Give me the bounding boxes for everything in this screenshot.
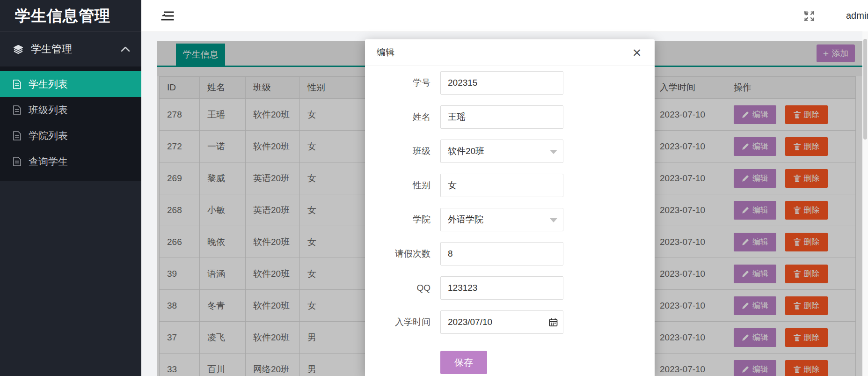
field-input[interactable]: 2023/07/10 bbox=[440, 310, 563, 334]
document-icon bbox=[13, 131, 21, 140]
field-label: 入学时间 bbox=[365, 316, 430, 328]
username-menu[interactable]: admin bbox=[846, 0, 868, 31]
document-icon bbox=[13, 157, 21, 166]
sidebar-submenu: 学生列表 班级列表 学院列表 查询学生 bbox=[0, 66, 141, 181]
sidebar-item-link[interactable]: 班级列表 bbox=[0, 97, 141, 123]
field-label: 请假次数 bbox=[365, 248, 430, 260]
field-value: 软件20班 bbox=[448, 145, 484, 157]
field-input[interactable]: 软件20班 bbox=[440, 140, 563, 163]
field-label: 学院 bbox=[365, 214, 430, 226]
menu-header-label: 学生管理 bbox=[31, 42, 72, 56]
scrollbar-thumb[interactable] bbox=[863, 39, 867, 140]
sidebar-item-label: 查询学生 bbox=[29, 155, 68, 168]
field-value: 外语学院 bbox=[448, 214, 483, 226]
sidebar-item-active[interactable]: 学生列表 bbox=[0, 71, 141, 97]
sidebar-item-label: 学生列表 bbox=[29, 78, 68, 91]
form-field: QQ 123123 bbox=[365, 276, 655, 300]
field-label: QQ bbox=[365, 283, 430, 293]
app-window: 学生信息管理 学生管理 学生列表 班级列表 bbox=[0, 0, 868, 376]
field-value: 女 bbox=[448, 179, 457, 192]
chevron-up-icon bbox=[121, 46, 130, 52]
edit-form: 学号 202315 姓名 王瑶 班级 bbox=[365, 66, 655, 374]
form-field: 学号 202315 bbox=[365, 71, 655, 95]
sidebar-item-link[interactable]: 学院列表 bbox=[0, 123, 141, 148]
modal-header: 编辑 × bbox=[365, 39, 655, 66]
form-field: 性别 女 bbox=[365, 174, 655, 197]
sidebar-item-label: 班级列表 bbox=[29, 103, 68, 117]
field-value: 123123 bbox=[448, 283, 477, 293]
document-icon bbox=[13, 105, 21, 115]
document-icon bbox=[13, 80, 21, 89]
fullscreen-icon[interactable] bbox=[803, 10, 815, 22]
sidebar-item-link[interactable]: 查询学生 bbox=[0, 148, 141, 174]
topbar: admin bbox=[141, 0, 868, 32]
form-field: 学院 外语学院 bbox=[365, 208, 655, 231]
sidebar: 学生信息管理 学生管理 学生列表 班级列表 bbox=[0, 0, 141, 376]
field-label: 性别 bbox=[365, 179, 430, 192]
close-icon[interactable]: × bbox=[628, 44, 645, 61]
field-input[interactable]: 外语学院 bbox=[440, 208, 563, 231]
field-value: 王瑶 bbox=[448, 111, 466, 123]
form-field: 请假次数 8 bbox=[365, 242, 655, 265]
field-value: 202315 bbox=[448, 78, 477, 88]
field-label: 班级 bbox=[365, 145, 430, 157]
layers-icon bbox=[13, 44, 24, 55]
field-label: 姓名 bbox=[365, 111, 430, 123]
field-input[interactable]: 王瑶 bbox=[440, 105, 563, 129]
app-title: 学生信息管理 bbox=[0, 0, 141, 32]
field-input[interactable]: 8 bbox=[440, 242, 563, 265]
calendar-icon[interactable] bbox=[549, 318, 558, 329]
field-value: 2023/07/10 bbox=[448, 317, 492, 327]
field-value: 8 bbox=[448, 249, 453, 259]
field-input[interactable]: 女 bbox=[440, 174, 563, 197]
sidebar-item-label: 学院列表 bbox=[29, 129, 68, 142]
vertical-scrollbar[interactable] bbox=[862, 31, 868, 376]
form-field: 班级 软件20班 bbox=[365, 140, 655, 163]
field-input[interactable]: 123123 bbox=[440, 276, 563, 300]
form-field: 入学时间 2023/07/10 bbox=[365, 310, 655, 334]
modal-title: 编辑 bbox=[377, 39, 394, 66]
edit-modal: 编辑 × 学号 202315 姓名 王瑶 bbox=[365, 39, 655, 376]
field-input[interactable]: 202315 bbox=[440, 71, 563, 95]
field-label: 学号 bbox=[365, 77, 430, 89]
chevron-down-icon bbox=[550, 150, 557, 154]
form-field: 姓名 王瑶 bbox=[365, 105, 655, 129]
chevron-down-icon bbox=[550, 218, 557, 222]
sidebar-fold-icon[interactable] bbox=[160, 9, 175, 23]
sidebar-menu-student-management[interactable]: 学生管理 bbox=[0, 32, 141, 66]
save-button[interactable]: 保存 bbox=[440, 351, 487, 374]
